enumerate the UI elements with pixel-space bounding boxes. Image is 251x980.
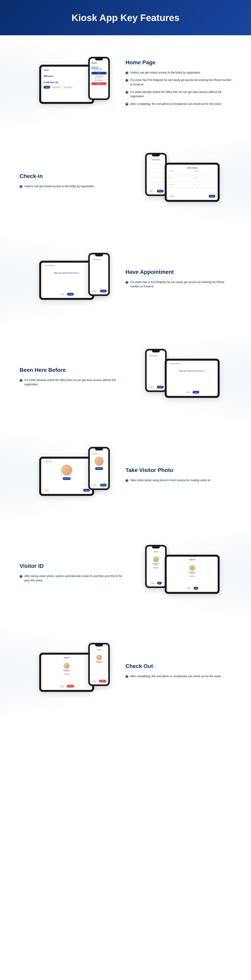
- bullet-list: Take visitor photo using device's front …: [126, 478, 232, 482]
- section-checkout: Visitor ID Mark Morrison Check Out Host …: [0, 623, 251, 721]
- section-visitor-id: Visitor ID Mark Morrison Visitor Host Pu…: [0, 525, 251, 623]
- bullet-list: Visitors can get instant access to the l…: [126, 70, 232, 106]
- phone-mockup: ← Have Appointment CancelContinue: [88, 253, 110, 296]
- phone-mockup: Visitor ID Mark Morrison Check Out Cance…: [88, 643, 110, 686]
- appointment-button: Have Appointment: [51, 86, 62, 89]
- content-checkin: Check-in Visitors can get instant access…: [19, 173, 126, 191]
- section-home-page: cipass ≡ Welcome to iNiLabs Ltd. Check I…: [0, 35, 251, 133]
- mockup-checkout: Visitor ID Mark Morrison Check Out Host …: [19, 641, 114, 704]
- section-title: Visitor ID: [19, 563, 126, 569]
- tablet-mockup: ← Visitor Photo Take Photo CancelContinu…: [39, 457, 94, 496]
- bullet-list: If a visitor already visited the office …: [19, 378, 126, 387]
- section-checkin: Visitor Details CancelContinue Visitor D…: [0, 133, 251, 231]
- bullet-item: If a visitor has Pre-Register he can eas…: [126, 78, 232, 87]
- content-checkout: Check Out After completing, the visit ad…: [126, 663, 232, 681]
- company-text: to iNiLabs Ltd.: [43, 81, 90, 83]
- bullet-item: After completing, the visit admin or rec…: [126, 674, 232, 678]
- bullet-item: After taking visitor photo, system autom…: [19, 574, 126, 583]
- tablet-mockup: cipass ≡ Welcome to iNiLabs Ltd. Check I…: [39, 65, 94, 104]
- section-been-here: ← Been Here Before CancelContinue ← Been…: [0, 329, 251, 427]
- tablet-mockup: Visitor ID Mark Morrison Visitor Host Pu…: [165, 555, 220, 594]
- section-title: Check Out: [126, 663, 232, 669]
- mockup-been-here: ← Been Here Before CancelContinue ← Been…: [137, 347, 232, 410]
- bullet-list: If a visitor has to Pre-Register he can …: [126, 280, 232, 289]
- mockup-home: cipass ≡ Welcome to iNiLabs Ltd. Check I…: [19, 53, 114, 116]
- tablet-mockup: ← Been Here Before Make your visitor ID …: [165, 359, 220, 398]
- bullet-list: After completing, the visit admin or rec…: [126, 674, 232, 678]
- section-appointment: ← Have Appointment Make your visitor ID …: [0, 231, 251, 329]
- hero-title: Kiosk App Key Features: [72, 12, 179, 23]
- content-been-here: Been Here Before If a visitor already vi…: [19, 367, 126, 390]
- been-here-button: Been Here Before: [62, 86, 73, 89]
- phone-mockup: ← Been Here Before CancelContinue: [145, 349, 167, 392]
- photo-preview: [94, 456, 104, 466]
- content-photo: Take Visitor Photo Take visitor photo us…: [126, 467, 232, 485]
- phone-mockup: Visitor ID Mark Morrison Visitor Host Pu…: [145, 545, 167, 588]
- bullet-list: After taking visitor photo, system autom…: [19, 574, 126, 583]
- bullet-item: If a visitor already visited the office …: [126, 90, 232, 99]
- section-title: Been Here Before: [19, 367, 126, 373]
- section-title: Check-in: [19, 173, 126, 179]
- bullet-item: If a visitor has to Pre-Register he can …: [126, 280, 232, 289]
- mockup-photo: ← Visitor Photo Take Photo CancelContinu…: [19, 445, 114, 508]
- mockup-checkin: Visitor Details CancelContinue Visitor D…: [137, 151, 232, 214]
- mockup-appointment: ← Have Appointment Make your visitor ID …: [19, 249, 114, 312]
- content-home: Home Page Visitors can get instant acces…: [126, 59, 232, 109]
- logo: cipass: [43, 69, 49, 71]
- checkin-button: Check In: [43, 86, 50, 89]
- phone-mockup: ← Visitor Photo Take Photo CancelContinu…: [88, 447, 110, 490]
- bullet-item: Take visitor photo using device's front …: [126, 478, 232, 482]
- section-title: Take Visitor Photo: [126, 467, 232, 473]
- section-title: Have Appointment: [126, 269, 232, 275]
- bullet-item: If a visitor already visited the office …: [19, 378, 126, 387]
- section-title: Home Page: [126, 59, 232, 66]
- tablet-mockup: Visitor ID Mark Morrison Check Out Host …: [39, 653, 94, 692]
- phone-mockup: cipass Welcome to iNiLabs Ltd. Check In …: [88, 57, 110, 100]
- content-appointment: Have Appointment If a visitor has to Pre…: [126, 269, 232, 292]
- bullet-item: Visitors can get instant access to the l…: [19, 184, 126, 188]
- bullet-list: Visitors can get instant access to the l…: [19, 184, 126, 188]
- welcome-text: Welcome: [43, 75, 90, 77]
- tablet-mockup: ← Have Appointment Make your visitor ID …: [39, 261, 94, 300]
- mockup-visitor-id: Visitor ID Mark Morrison Visitor Host Pu…: [137, 543, 232, 606]
- tablet-mockup: Visitor Details First Name Last Name Ema…: [165, 163, 220, 202]
- section-photo: ← Visitor Photo Take Photo CancelContinu…: [0, 427, 251, 525]
- bullet-item: Visitors can get instant access to the l…: [126, 70, 232, 75]
- content-visitor-id: Visitor ID After taking visitor photo, s…: [19, 563, 126, 586]
- phone-mockup: Visitor Details CancelContinue: [145, 153, 167, 196]
- hero-banner: Kiosk App Key Features: [0, 0, 251, 35]
- bullet-item: After completing, the visit admin or rec…: [126, 102, 232, 106]
- photo-preview: [61, 464, 72, 476]
